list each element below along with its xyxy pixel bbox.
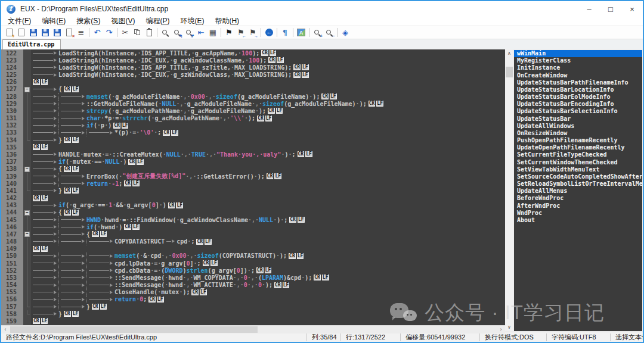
fold-collapse-icon[interactable]: − <box>24 210 30 216</box>
code-line[interactable]: 158}CRLF <box>1 310 505 317</box>
menu-item-P[interactable]: 编程(P) <box>140 16 175 26</box>
function-list-item[interactable]: SetReloadSymbolListOrTreeIntervalMe <box>514 180 642 188</box>
code-line[interactable]: 125LoadStringW(hInstance,·IDC_EUX,·g_szW… <box>1 71 505 79</box>
menu-item-S[interactable]: 搜索(S) <box>71 16 106 26</box>
code-line[interactable]: 145HWND·hwnd·=·::FindWindow(·g_acWindowC… <box>1 216 505 223</box>
function-list-item[interactable]: SetCurrentWindowThemeChecked <box>514 159 642 166</box>
fold-margin[interactable]: − <box>23 166 31 173</box>
code-line[interactable]: 124LoadStringW(hInstance,·IDS_APP_TITLE,… <box>1 64 505 71</box>
code-line[interactable]: 122LoadStringA(hInstance,·IDS_APP_TITLE,… <box>1 49 505 57</box>
line-number[interactable]: 128 <box>1 93 23 100</box>
menu-item-E[interactable]: 编辑(E) <box>36 16 71 26</box>
line-number[interactable]: 136 <box>1 151 23 158</box>
zoom-in-icon[interactable]: + <box>311 27 323 38</box>
close-button[interactable]: × <box>621 1 643 17</box>
document-list-icon[interactable]: ≡ <box>75 27 87 38</box>
line-number[interactable]: 148 <box>1 238 23 245</box>
code-line[interactable]: 143if(·g_argc·==·1·&&·g_argv[0]·)CRLF <box>1 202 505 209</box>
line-number[interactable]: 147 <box>1 230 23 238</box>
cut-icon[interactable]: ✂ <box>119 27 131 38</box>
line-number[interactable]: 158 <box>1 310 23 317</box>
line-number[interactable]: 151 <box>1 260 23 267</box>
code-line[interactable]: 140return·-1;CRLF <box>1 180 505 187</box>
function-list-panel[interactable]: wWinMainMyRegisterClassInitInstanceOnCre… <box>513 49 643 332</box>
function-list-item[interactable]: About <box>514 217 642 224</box>
line-number[interactable]: 122 <box>1 49 23 57</box>
line-number[interactable]: 152 <box>1 267 23 274</box>
code-line[interactable]: 128memset(·g_acModuleFileName·,·0x00·,·s… <box>1 93 505 100</box>
line-number[interactable]: 130 <box>1 107 23 114</box>
line-number[interactable]: 149 <box>1 245 23 252</box>
code-line[interactable]: 123LoadStringA(hInstance,·IDC_EUX,·g_acW… <box>1 57 505 64</box>
code-line[interactable]: 137if(·mutex·==·NULL·)CRLF <box>1 158 505 166</box>
code-line[interactable]: 156return·0;CRLF <box>1 296 505 303</box>
replace-icon[interactable]: ⇤ <box>195 27 207 38</box>
about-icon[interactable]: ◈ <box>339 27 351 38</box>
line-number[interactable]: 132 <box>1 122 23 129</box>
function-list-item[interactable]: OnResizeWindow <box>514 130 642 137</box>
fold-margin[interactable]: − <box>23 230 31 238</box>
line-number[interactable]: 129 <box>1 100 23 107</box>
open-file-icon[interactable] <box>16 27 27 38</box>
horizontal-scrollbar[interactable]: ‹ › <box>1 325 505 333</box>
line-number[interactable]: 140 <box>1 180 23 187</box>
line-number[interactable]: 156 <box>1 296 23 303</box>
paste-icon[interactable] <box>143 27 155 38</box>
find-next-icon[interactable]: ↱ <box>183 27 195 38</box>
line-number[interactable]: 135 <box>1 144 23 151</box>
maximize-button[interactable]: □ <box>600 1 621 17</box>
prev-bookmark-icon[interactable]: ⚑← <box>235 27 247 38</box>
navigate-back-icon[interactable]: ← <box>263 27 275 38</box>
function-list-item[interactable]: BeforeWndProc <box>514 195 642 202</box>
code-line[interactable]: 138−{CRLF <box>1 166 505 173</box>
close-file-icon[interactable]: × <box>63 27 75 38</box>
line-number[interactable]: 124 <box>1 64 23 71</box>
code-line[interactable]: 136HANDLE·mutex·=·::CreateMutex(·NULL·,·… <box>1 151 505 158</box>
menu-item-F[interactable]: 文件(F) <box>2 16 36 26</box>
line-number[interactable]: 155 <box>1 289 23 296</box>
save-file-icon[interactable] <box>27 27 39 38</box>
code-line[interactable]: 132if(·p·)CRLF <box>1 122 505 129</box>
function-list-item[interactable]: UpdateStatusBarEolModeInfo <box>514 93 642 101</box>
line-number[interactable]: 125 <box>1 71 23 79</box>
function-list-item[interactable]: InitInstance <box>514 64 642 71</box>
function-list-item[interactable]: UpdateAllWindows <box>514 123 642 130</box>
menu-item-H[interactable]: 帮助(H) <box>209 16 244 26</box>
function-list-item[interactable]: UpdateStatusBarLocationInfo <box>514 86 642 93</box>
code-line[interactable]: 154::SendMessage(·hwnd·,·WM_ACTIVATE·,·0… <box>1 282 505 289</box>
code-line[interactable]: 159CRLF <box>1 317 505 325</box>
fold-collapse-icon[interactable]: − <box>24 167 30 172</box>
code-line[interactable]: 153::SendMessage(·hwnd·,·WM_COPYDATA·,·0… <box>1 274 505 281</box>
code-line[interactable]: 139ErrorBox(·"创建互斥量失败[%d]"·,·::GetLastEr… <box>1 173 505 180</box>
function-list-item[interactable]: AfterWndProc <box>514 202 642 210</box>
code-line[interactable]: 133*(p)·=·'\0'·;CRLF <box>1 129 505 136</box>
code-line[interactable]: 152cpd.cbData·=·(DWORD)strlen(g_argv[0])… <box>1 267 505 274</box>
code-line[interactable]: 130strcpy(·g_acModulePathName·,·g_acModu… <box>1 107 505 114</box>
syntax-color-icon[interactable]: A <box>295 27 307 38</box>
line-number[interactable]: 134 <box>1 136 23 144</box>
code-line[interactable]: 150memset(·&·cpd·,·0x00·,·sizeof(COPYDAT… <box>1 252 505 260</box>
code-line[interactable]: 131char·*p·=·strrchr(·g_acModulePathName… <box>1 115 505 122</box>
save-as-icon[interactable] <box>39 27 51 38</box>
code-line[interactable]: 155CloseHandle(·mutex·);CRLF <box>1 289 505 296</box>
function-list-item[interactable]: UpdateStatusBar <box>514 116 642 123</box>
line-number[interactable]: 144 <box>1 209 23 216</box>
line-number[interactable]: 159 <box>1 317 23 325</box>
line-number[interactable]: 145 <box>1 216 23 223</box>
line-number[interactable]: 143 <box>1 202 23 209</box>
function-list-item[interactable]: UpdateOpenPathFilenameRecently <box>514 144 642 151</box>
file-tab[interactable]: EditUltra.cpp <box>2 39 61 49</box>
function-list-item[interactable]: UpdateStatusBarEncodingInfo <box>514 101 642 108</box>
code-line[interactable]: 148COPYDATASTRUCTcpd·;CRLF <box>1 238 505 245</box>
line-number[interactable]: 153 <box>1 274 23 281</box>
function-list-item[interactable]: SetCurrentFileTypeChecked <box>514 151 642 158</box>
zoom-out-icon[interactable]: − <box>323 27 335 38</box>
line-number[interactable]: 150 <box>1 252 23 260</box>
next-bookmark-icon[interactable]: ⚑→ <box>247 27 259 38</box>
function-list-item[interactable]: UpdateAllMenus <box>514 188 642 195</box>
scroll-up-icon[interactable]: ∧ <box>505 49 513 58</box>
line-number[interactable]: 146 <box>1 223 23 230</box>
vertical-scrollbar-thumb[interactable] <box>506 67 513 77</box>
code-line[interactable]: 157}CRLF <box>1 303 505 310</box>
function-list-item[interactable]: OnCreateWindow <box>514 72 642 79</box>
